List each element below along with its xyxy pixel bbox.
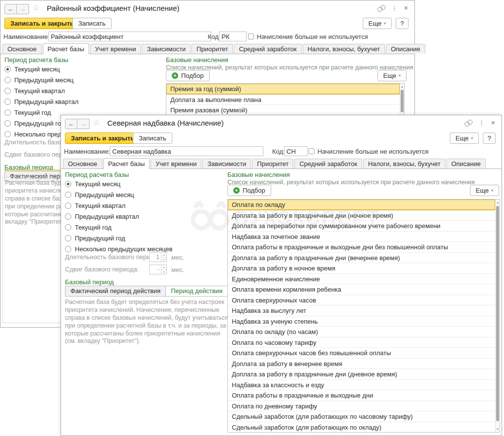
tab[interactable]: Учет времени xyxy=(151,159,201,168)
menu-dots-icon[interactable]: ⋮ xyxy=(478,120,485,126)
list-item[interactable]: Доплата за работу в ночное время xyxy=(228,263,495,274)
list-item[interactable]: Оплата по дневному тарифу xyxy=(228,401,495,412)
radio-option[interactable]: Предыдущий месяц xyxy=(65,189,172,200)
scrollbar[interactable]: ▲ ▼ xyxy=(495,200,500,432)
radio-icon[interactable] xyxy=(65,246,71,252)
list-item[interactable]: Оплата работы в праздничные и выходные д… xyxy=(228,242,495,253)
close-icon[interactable]: × xyxy=(404,5,408,11)
actual-period-button[interactable]: Фактический период действия xyxy=(65,286,166,297)
scroll-up-icon[interactable]: ▲ xyxy=(496,200,500,205)
more-button[interactable]: Еще▾ xyxy=(450,133,479,144)
tab[interactable]: Налоги, взносы, бухучет xyxy=(363,159,445,168)
tab[interactable]: Приоритет xyxy=(191,44,233,54)
radio-icon[interactable] xyxy=(4,131,11,137)
list-item[interactable]: Сдельный заработок (для работающих по ок… xyxy=(228,422,495,433)
menu-dots-icon[interactable]: ⋮ xyxy=(391,5,398,11)
list-item[interactable]: Оплата сверхурочных часов без повышенной… xyxy=(228,348,495,359)
save-button[interactable]: Записать xyxy=(72,18,112,29)
list-item[interactable]: Доплата за выполнение плана xyxy=(166,95,400,105)
not-used-checkbox[interactable] xyxy=(309,148,315,154)
radio-icon[interactable] xyxy=(4,109,11,116)
back-button[interactable]: ← xyxy=(4,4,17,14)
spin-down-icon[interactable]: ▼ xyxy=(161,258,166,262)
list-item[interactable]: Надбавка за выслугу лет xyxy=(228,305,495,316)
pick-button[interactable]: +Подбор xyxy=(166,70,210,81)
list-item[interactable]: Оплата по окладу (по часам) xyxy=(228,327,495,337)
list-item[interactable]: Оплата по часовому тарифу xyxy=(228,337,495,348)
radio-option[interactable]: Предыдущий квартал xyxy=(4,96,112,107)
radio-option[interactable]: Текущий год xyxy=(65,222,172,233)
tab[interactable]: Учет времени xyxy=(90,44,141,54)
list-item[interactable]: Сдельный заработок (для работающих по ча… xyxy=(228,411,495,422)
scrollbar-thumb[interactable] xyxy=(401,90,404,112)
list-item[interactable]: Доплата за работу в праздничные дни (веч… xyxy=(228,253,495,264)
close-icon[interactable]: × xyxy=(491,120,495,126)
tab[interactable]: Налоги, взносы, бухучет xyxy=(303,44,385,54)
list-item[interactable]: Доплата за работу в праздничные дни (дне… xyxy=(228,369,495,380)
duration-stepper[interactable]: 1 ▲▼ xyxy=(149,252,167,262)
list-item[interactable]: Надбавка за классность и езду xyxy=(228,380,495,391)
forward-button[interactable]: → xyxy=(77,119,90,129)
tab[interactable]: Зависимости xyxy=(142,44,190,54)
radio-icon[interactable] xyxy=(4,66,11,72)
code-input[interactable] xyxy=(219,32,247,41)
radio-option[interactable]: Предыдущий квартал xyxy=(65,211,172,222)
radio-option[interactable]: Предыдущий год xyxy=(65,233,172,243)
scroll-down-icon[interactable]: ▼ xyxy=(496,427,500,432)
list-item[interactable]: Оплата по окладу xyxy=(228,200,495,210)
tab[interactable]: Средний заработок xyxy=(294,159,362,168)
list-item[interactable]: Надбавка за почетное звание xyxy=(228,232,495,242)
name-input[interactable] xyxy=(110,146,263,156)
list-item[interactable]: Надбавка за ученую степень xyxy=(228,316,495,327)
tab[interactable]: Зависимости xyxy=(202,159,251,168)
pick-button[interactable]: +Подбор xyxy=(227,185,271,196)
radio-option[interactable]: Текущий месяц xyxy=(4,64,112,74)
spin-up-icon[interactable]: ▲ xyxy=(161,253,166,258)
radio-icon[interactable] xyxy=(4,99,11,105)
help-button[interactable]: ? xyxy=(483,133,496,144)
tab[interactable]: Описание xyxy=(446,159,486,168)
radio-icon[interactable] xyxy=(4,77,11,83)
list-item[interactable]: Премия за год (суммой) xyxy=(166,84,400,95)
radio-icon[interactable] xyxy=(65,235,71,241)
favorite-star-icon[interactable]: ☆ xyxy=(93,118,100,127)
back-button[interactable]: ← xyxy=(65,119,77,129)
radio-option[interactable]: Предыдущий месяц xyxy=(4,74,112,85)
save-button[interactable]: Записать xyxy=(133,133,172,144)
help-button[interactable]: ? xyxy=(396,18,409,29)
tab[interactable]: Основное xyxy=(63,159,102,168)
save-and-close-button[interactable]: Записать и закрыть xyxy=(4,18,80,29)
radio-icon[interactable] xyxy=(65,181,71,187)
radio-icon[interactable] xyxy=(4,88,11,94)
link-icon[interactable] xyxy=(378,5,385,11)
shift-stepper[interactable]: - ▲▼ xyxy=(149,265,167,274)
tab[interactable]: Расчет базы xyxy=(43,43,90,54)
scrollbar-thumb[interactable] xyxy=(496,206,499,421)
tab[interactable]: Основное xyxy=(2,44,42,54)
link-icon[interactable] xyxy=(465,120,472,126)
period-button[interactable]: Период действия xyxy=(166,286,228,297)
spin-down-icon[interactable]: ▼ xyxy=(161,270,166,274)
list-more-button[interactable]: Еще▾ xyxy=(378,70,407,81)
tab[interactable]: Средний заработок xyxy=(234,44,301,54)
radio-option[interactable]: Текущий квартал xyxy=(65,200,172,211)
save-and-close-button[interactable]: Записать и закрыть xyxy=(65,133,140,144)
radio-icon[interactable] xyxy=(65,192,71,198)
list-item[interactable]: Единовременное начисление xyxy=(228,274,495,285)
list-item[interactable]: Доплата за работу в праздничные дни (ноч… xyxy=(228,210,495,221)
favorite-star-icon[interactable]: ☆ xyxy=(32,3,39,12)
radio-icon[interactable] xyxy=(65,224,71,231)
radio-icon[interactable] xyxy=(65,213,71,220)
radio-option[interactable]: Текущий месяц xyxy=(65,178,172,189)
more-button[interactable]: Еще▾ xyxy=(363,18,392,29)
forward-button[interactable]: → xyxy=(17,4,29,14)
radio-option[interactable]: Текущий квартал xyxy=(4,85,112,96)
name-input[interactable] xyxy=(48,32,211,41)
list-item[interactable]: Оплата работы в праздничные и выходные д… xyxy=(228,390,495,401)
list-item[interactable]: Оплата сверхурочных часов xyxy=(228,295,495,306)
tab[interactable]: Приоритет xyxy=(252,159,293,168)
list-item[interactable]: Доплата за работу в вечернее время xyxy=(228,359,495,369)
tab[interactable]: Расчет базы xyxy=(103,158,150,169)
spin-up-icon[interactable]: ▲ xyxy=(161,265,166,270)
scroll-up-icon[interactable]: ▲ xyxy=(400,84,404,89)
